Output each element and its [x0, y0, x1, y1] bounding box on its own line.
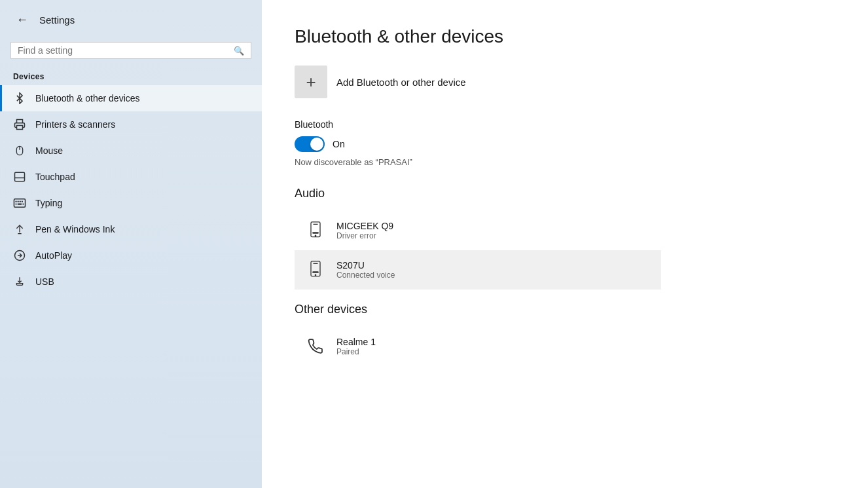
- sidebar-item-bluetooth[interactable]: Bluetooth & other devices: [0, 85, 262, 111]
- sidebar-item-pen-label: Pen & Windows Ink: [35, 224, 115, 235]
- device-name-realme1: Realme 1: [336, 337, 376, 347]
- usb-icon: [13, 275, 26, 288]
- discoverable-text: Now discoverable as “PRASAI”: [295, 157, 835, 167]
- page-title: Bluetooth & other devices: [295, 26, 835, 47]
- sidebar-item-pen[interactable]: Pen & Windows Ink: [0, 216, 262, 242]
- bluetooth-section-title: Bluetooth: [295, 119, 835, 130]
- device-status-micgeek: Driver error: [336, 231, 393, 240]
- device-info-realme1: Realme 1 Paired: [336, 337, 376, 356]
- sidebar-item-usb-label: USB: [35, 276, 54, 287]
- bluetooth-section: Bluetooth On Now discoverable as “PRASAI…: [295, 119, 835, 167]
- audio-section-title: Audio: [295, 187, 835, 200]
- add-device-button[interactable]: + Add Bluetooth or other device: [295, 66, 466, 98]
- add-device-label: Add Bluetooth or other device: [336, 77, 466, 88]
- sidebar: ← Settings 🔍 Devices Bluetooth & other d…: [0, 0, 262, 488]
- device-status-s207u: Connected voice: [336, 271, 395, 280]
- sidebar-item-typing[interactable]: Typing: [0, 190, 262, 216]
- sidebar-item-usb[interactable]: USB: [0, 269, 262, 295]
- add-device-icon-box: +: [295, 66, 327, 98]
- sidebar-item-mouse[interactable]: Mouse: [0, 138, 262, 164]
- search-input[interactable]: [18, 45, 228, 56]
- printer-icon: [13, 118, 26, 131]
- device-item-realme1[interactable]: Realme 1 Paired: [295, 327, 661, 366]
- bluetooth-icon: [13, 92, 26, 105]
- sidebar-item-mouse-label: Mouse: [35, 145, 63, 156]
- sidebar-item-typing-label: Typing: [35, 198, 62, 208]
- toggle-knob: [310, 138, 323, 151]
- sidebar-item-autoplay[interactable]: AutoPlay: [0, 242, 262, 269]
- sidebar-item-autoplay-label: AutoPlay: [35, 250, 72, 261]
- mouse-icon: [13, 144, 26, 157]
- other-devices-title: Other devices: [295, 303, 835, 316]
- other-devices-section: Other devices Realme 1 Paired: [295, 303, 835, 366]
- touchpad-icon: [13, 170, 26, 183]
- search-icon: 🔍: [234, 46, 244, 56]
- device-item-micgeek[interactable]: MICGEEK Q9 Driver error: [295, 211, 661, 250]
- svg-rect-0: [17, 126, 23, 130]
- device-info-s207u: S207U Connected voice: [336, 260, 395, 280]
- svg-rect-3: [15, 172, 25, 181]
- keyboard-icon: [13, 197, 26, 210]
- bluetooth-toggle-row: On: [295, 136, 835, 152]
- pen-icon: [13, 223, 26, 236]
- svg-point-24: [315, 274, 317, 276]
- sidebar-item-touchpad-label: Touchpad: [35, 172, 75, 182]
- plus-icon: +: [306, 72, 316, 92]
- device-icon-s207u: [305, 259, 326, 280]
- sidebar-item-bluetooth-label: Bluetooth & other devices: [35, 93, 140, 103]
- device-item-s207u[interactable]: S207U Connected voice: [295, 250, 661, 290]
- back-icon: ←: [16, 13, 28, 27]
- bluetooth-toggle[interactable]: [295, 136, 325, 152]
- device-icon-micgeek: [305, 220, 326, 241]
- bluetooth-toggle-label: On: [333, 139, 345, 149]
- search-box[interactable]: 🔍: [10, 42, 251, 59]
- sidebar-item-printers[interactable]: Printers & scanners: [0, 111, 262, 138]
- device-name-micgeek: MICGEEK Q9: [336, 221, 393, 231]
- back-button[interactable]: ←: [13, 10, 31, 29]
- sidebar-header: ← Settings: [0, 0, 262, 39]
- svg-point-20: [315, 235, 317, 237]
- device-status-realme1: Paired: [336, 347, 376, 356]
- device-icon-realme1: [305, 336, 326, 357]
- sidebar-title: Settings: [39, 14, 75, 26]
- devices-section-label: Devices: [0, 67, 262, 85]
- device-info-micgeek: MICGEEK Q9 Driver error: [336, 221, 393, 240]
- sidebar-item-touchpad[interactable]: Touchpad: [0, 164, 262, 190]
- main-content: Bluetooth & other devices + Add Bluetoot…: [262, 0, 868, 488]
- audio-section: Audio MICGEEK Q9 Driver error: [295, 187, 835, 290]
- sidebar-item-printers-label: Printers & scanners: [35, 119, 115, 130]
- autoplay-icon: [13, 249, 26, 262]
- svg-rect-5: [14, 199, 25, 207]
- device-name-s207u: S207U: [336, 260, 395, 271]
